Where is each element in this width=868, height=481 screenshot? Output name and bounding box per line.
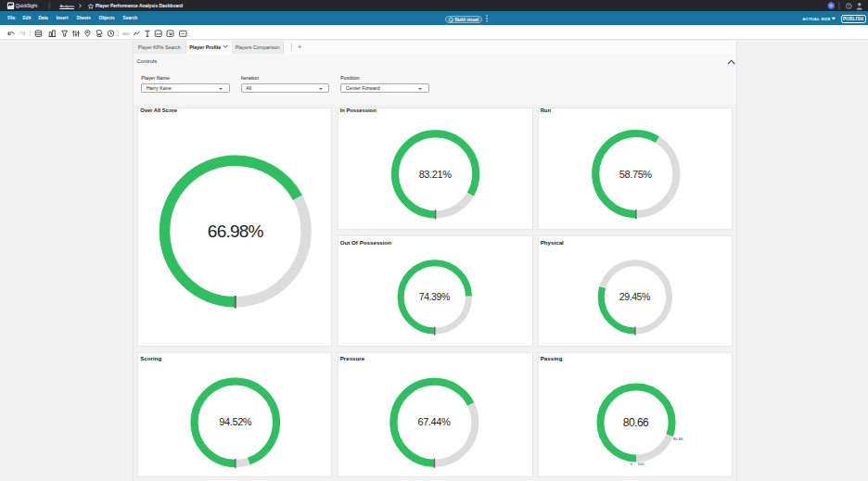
svg-text:ABC: ABC xyxy=(122,32,131,36)
